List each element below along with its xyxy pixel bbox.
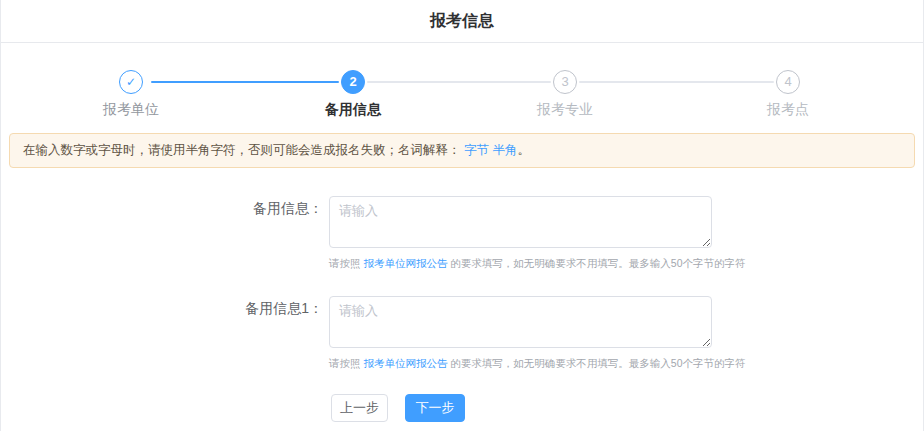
page-header: 报考信息 <box>1 0 923 43</box>
alert-text: 在输入数字或字母时，请使用半角字符，否则可能会造成报名失败；名词解释： <box>23 143 461 157</box>
backup-info-1-help: 请按照 报考单位网报公告 的要求填写，如无明确要求不用填写。最多输入50个字节的… <box>329 357 746 371</box>
step-baokao-zhuanye: 3 报考专业 <box>505 70 625 119</box>
help-text-before: 请按照 <box>329 257 363 269</box>
help-text-after: 的要求填写，如无明确要求不用填写。最多输入50个字节的字符 <box>447 357 745 369</box>
halfwidth-warning-alert: 在输入数字或字母时，请使用半角字符，否则可能会造成报名失败；名词解释： 字节 半… <box>9 133 915 168</box>
previous-step-button[interactable]: 上一步 <box>331 394 388 422</box>
backup-info-1-textarea[interactable] <box>329 296 712 348</box>
unit-announcement-link[interactable]: 报考单位网报公告 <box>363 357 447 369</box>
step-3-number: 3 <box>553 70 577 94</box>
backup-info-help: 请按照 报考单位网报公告 的要求填写，如无明确要求不用填写。最多输入50个字节的… <box>329 257 746 271</box>
step-1-check-icon: ✓ <box>119 70 143 94</box>
step-4-number: 4 <box>776 70 800 94</box>
step-3-label: 报考专业 <box>505 101 625 119</box>
backup-info-1-label: 备用信息1： <box>201 300 323 318</box>
byte-definition-link[interactable]: 字节 <box>464 143 489 157</box>
backup-info-textarea[interactable] <box>329 196 712 248</box>
step-beiyong-xinxi: 2 备用信息 <box>293 70 413 119</box>
step-baokao-dian: 4 报考点 <box>728 70 848 119</box>
step-1-label: 报考单位 <box>71 101 191 119</box>
page-title: 报考信息 <box>1 0 923 42</box>
backup-info-label: 备用信息： <box>201 200 323 218</box>
registration-info-page: 报考信息 ✓ 报考单位 2 备用信息 3 报考专业 4 报考点 在输入数字或字母… <box>0 0 924 431</box>
alert-text-end: 。 <box>517 143 530 157</box>
step-4-label: 报考点 <box>728 101 848 119</box>
step-baokao-danwei: ✓ 报考单位 <box>71 70 191 119</box>
help-text-after: 的要求填写，如无明确要求不用填写。最多输入50个字节的字符 <box>447 257 745 269</box>
help-text-before: 请按照 <box>329 357 363 369</box>
step-2-number: 2 <box>341 70 365 94</box>
step-2-label: 备用信息 <box>293 101 413 119</box>
halfwidth-definition-link[interactable]: 半角 <box>492 143 517 157</box>
unit-announcement-link[interactable]: 报考单位网报公告 <box>363 257 447 269</box>
next-step-button[interactable]: 下一步 <box>405 394 465 422</box>
